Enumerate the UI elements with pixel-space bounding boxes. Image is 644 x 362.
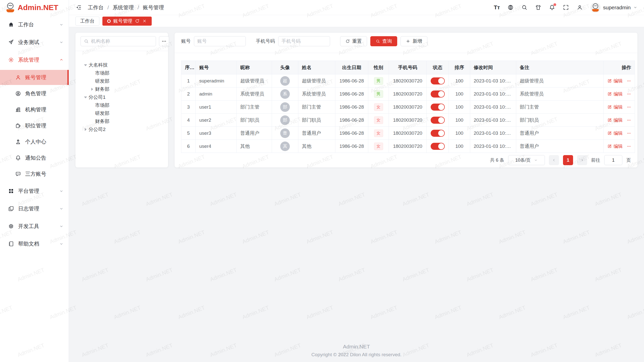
tab-label: 工作台: [80, 18, 95, 24]
font-size-icon[interactable]: Tт: [494, 4, 500, 11]
cell-phone: 18020030720: [389, 127, 427, 140]
account-filter-input[interactable]: [194, 36, 246, 46]
cell-avatar: 部: [272, 101, 298, 114]
breadcrumb-item[interactable]: 工作台: [88, 4, 104, 11]
user-outline-icon[interactable]: [577, 4, 583, 11]
edit-button-label: 编辑: [614, 130, 623, 136]
status-toggle[interactable]: [431, 130, 445, 137]
cell-remark: 普通用户: [516, 127, 604, 140]
edit-button[interactable]: 编辑: [607, 91, 623, 97]
tab-account[interactable]: 账号管理: [102, 17, 152, 26]
add-button-label: 新增: [413, 38, 422, 44]
prev-page-button[interactable]: [549, 155, 559, 165]
fullscreen-icon[interactable]: [563, 4, 569, 11]
sidebar-item-docs[interactable]: 帮助文档: [0, 236, 69, 251]
edit-button[interactable]: 编辑: [607, 117, 623, 123]
more-actions-button[interactable]: [627, 118, 631, 123]
sidebar-item-platform[interactable]: 平台管理: [0, 184, 69, 199]
language-icon[interactable]: [507, 4, 514, 11]
more-actions-button[interactable]: [627, 92, 631, 97]
caret-down-icon[interactable]: [83, 97, 89, 98]
phone-filter-input[interactable]: [278, 36, 330, 46]
main-area: 工作台/系统管理/账号管理 Tт: [69, 0, 644, 362]
user-menu[interactable]: superadmin: [590, 3, 637, 13]
sidebar-item-account[interactable]: 账号管理: [0, 70, 69, 85]
column-header-gender: 性别: [368, 61, 389, 74]
caret-right-icon[interactable]: [83, 128, 89, 131]
refresh-icon[interactable]: [135, 19, 140, 23]
sidebar-item-system[interactable]: 系统管理: [0, 52, 69, 67]
tree-node[interactable]: 分公司2: [80, 125, 163, 133]
breadcrumb-item[interactable]: 系统管理: [113, 4, 134, 11]
sidebar-item-notice[interactable]: 通知公告: [0, 150, 69, 165]
account-filter-field[interactable]: [197, 38, 243, 44]
tree-more-button[interactable]: [159, 36, 169, 46]
edit-button[interactable]: 编辑: [607, 143, 623, 149]
query-button[interactable]: 查询: [370, 36, 397, 46]
status-toggle[interactable]: [431, 90, 445, 98]
status-toggle[interactable]: [431, 143, 445, 150]
org-search-input[interactable]: [80, 36, 156, 46]
search-icon[interactable]: [521, 4, 528, 11]
tree-node[interactable]: 研发部: [80, 109, 163, 117]
sidebar-item-third-account[interactable]: 三方账号: [0, 166, 69, 182]
breadcrumb-separator: /: [107, 5, 109, 11]
app-logo-text: Admin.NET: [18, 3, 58, 12]
next-page-button[interactable]: [577, 155, 587, 165]
tree-node[interactable]: 分公司1: [80, 93, 163, 101]
caret-down-icon[interactable]: [83, 64, 89, 66]
edit-button[interactable]: 编辑: [607, 78, 623, 84]
app-logo[interactable]: Admin.NET: [0, 0, 69, 15]
status-toggle[interactable]: [431, 104, 445, 111]
more-actions-button[interactable]: [627, 131, 631, 136]
notification-bell-icon[interactable]: [549, 4, 555, 11]
status-toggle[interactable]: [431, 117, 445, 124]
sidebar-item-log[interactable]: 日志管理: [0, 201, 69, 216]
cell-account: user4: [196, 140, 237, 153]
page-number-button[interactable]: 1: [563, 155, 573, 165]
reset-button[interactable]: 重置: [340, 36, 367, 46]
sidebar-item-devtools[interactable]: 开发工具: [0, 219, 69, 234]
tree-node[interactable]: 财务部: [80, 85, 163, 93]
status-toggle[interactable]: [431, 77, 445, 84]
sidebar-item-business-test[interactable]: 业务测试: [0, 35, 69, 50]
close-icon[interactable]: [142, 19, 147, 23]
gender-tag: 女: [374, 103, 383, 111]
footer: Admin.NET Copyright © 2022 Dilon All rig…: [69, 344, 644, 357]
org-search-row: [80, 36, 163, 46]
avatar: 系: [280, 89, 290, 99]
cell-remark: 部门职员: [516, 114, 604, 127]
tree-node[interactable]: 市场部: [80, 101, 163, 109]
menu-fold-icon[interactable]: [75, 4, 82, 11]
tree-node[interactable]: 大名科技: [80, 61, 163, 69]
sidebar-item-role[interactable]: 角色管理: [0, 86, 69, 101]
cell-remark: 系统管理员: [516, 87, 604, 101]
page-size-select[interactable]: 10条/页: [508, 155, 545, 165]
org-search-field[interactable]: [91, 38, 153, 44]
cell-avatar: 部: [272, 114, 298, 127]
caret-right-icon[interactable]: [89, 88, 95, 91]
tree-node[interactable]: 财务部: [80, 117, 163, 125]
tab-workbench[interactable]: 工作台: [75, 17, 99, 26]
tree-node[interactable]: 市场部: [80, 69, 163, 77]
avatar: 普: [280, 128, 290, 138]
tree-node[interactable]: 研发部: [80, 77, 163, 85]
cell-birth: 1986-06-28: [335, 87, 368, 101]
theme-icon[interactable]: [535, 4, 541, 11]
more-actions-button[interactable]: [627, 144, 631, 149]
goto-page-input[interactable]: [604, 155, 622, 165]
switch-knob: [438, 117, 444, 123]
breadcrumb-item[interactable]: 账号管理: [143, 4, 164, 11]
sidebar-item-label: 通知公告: [25, 154, 64, 161]
add-button[interactable]: 新增: [400, 36, 427, 46]
breadcrumb-separator: /: [138, 5, 139, 11]
sidebar-item-org[interactable]: 机构管理: [0, 102, 69, 117]
phone-filter-field[interactable]: [281, 38, 327, 44]
edit-button[interactable]: 编辑: [607, 130, 623, 136]
sidebar-item-workbench[interactable]: 工作台: [0, 17, 69, 32]
edit-button[interactable]: 编辑: [607, 104, 623, 110]
more-actions-button[interactable]: [627, 78, 631, 83]
sidebar-item-profile[interactable]: 个人中心: [0, 134, 69, 149]
sidebar-item-position[interactable]: 职位管理: [0, 118, 69, 133]
more-actions-button[interactable]: [627, 105, 631, 110]
